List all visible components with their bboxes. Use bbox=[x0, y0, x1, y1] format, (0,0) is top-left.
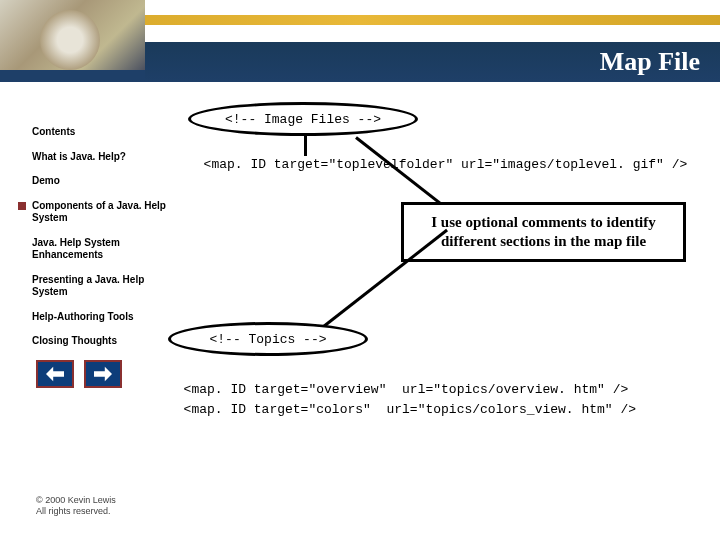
footer: © 2000 Kevin Lewis All rights reserved. bbox=[36, 495, 116, 518]
arrow-left-icon bbox=[46, 366, 64, 382]
next-button[interactable] bbox=[84, 360, 122, 388]
code-line-1: <map. ID target="toplevelfolder" url="im… bbox=[188, 157, 687, 172]
connector-1 bbox=[304, 136, 307, 156]
sidebar-item-what-is[interactable]: What is Java. Help? bbox=[6, 145, 176, 170]
code-line-2: <map. ID target="overview" url="topics/o… bbox=[168, 382, 628, 397]
nav-arrows bbox=[36, 360, 122, 388]
sidebar-item-contents[interactable]: Contents bbox=[6, 120, 176, 145]
navy-thin bbox=[0, 70, 145, 80]
sidebar-item-tools[interactable]: Help-Authoring Tools bbox=[6, 305, 176, 330]
comment-bubble-2: <!-- Topics --> bbox=[168, 322, 368, 356]
content-area: <!-- Image Files --> <map. ID target="to… bbox=[176, 102, 710, 442]
copyright-line-2: All rights reserved. bbox=[36, 506, 116, 518]
callout-text: I use optional comments to identify diff… bbox=[431, 214, 656, 249]
header-photo bbox=[0, 0, 145, 70]
comment-bubble-1: <!-- Image Files --> bbox=[188, 102, 418, 136]
slide-header: Map File bbox=[0, 0, 720, 82]
page-title: Map File bbox=[600, 47, 700, 77]
arrow-right-icon bbox=[94, 366, 112, 382]
prev-button[interactable] bbox=[36, 360, 74, 388]
copyright-line-1: © 2000 Kevin Lewis bbox=[36, 495, 116, 507]
connector-callout-2 bbox=[320, 229, 448, 330]
code-line-3: <map. ID target="colors" url="topics/col… bbox=[168, 402, 636, 417]
code-comment-1: <!-- Image Files --> bbox=[225, 112, 381, 127]
sidebar: Contents What is Java. Help? Demo Compon… bbox=[6, 102, 176, 442]
sidebar-item-components[interactable]: Components of a Java. Help System bbox=[6, 194, 176, 231]
sidebar-item-closing[interactable]: Closing Thoughts bbox=[6, 329, 176, 354]
sidebar-item-presenting[interactable]: Presenting a Java. Help System bbox=[6, 268, 176, 305]
code-comment-2: <!-- Topics --> bbox=[209, 332, 326, 347]
main: Contents What is Java. Help? Demo Compon… bbox=[0, 82, 720, 452]
sidebar-item-enhancements[interactable]: Java. Help System Enhancements bbox=[6, 231, 176, 268]
sidebar-item-demo[interactable]: Demo bbox=[6, 169, 176, 194]
